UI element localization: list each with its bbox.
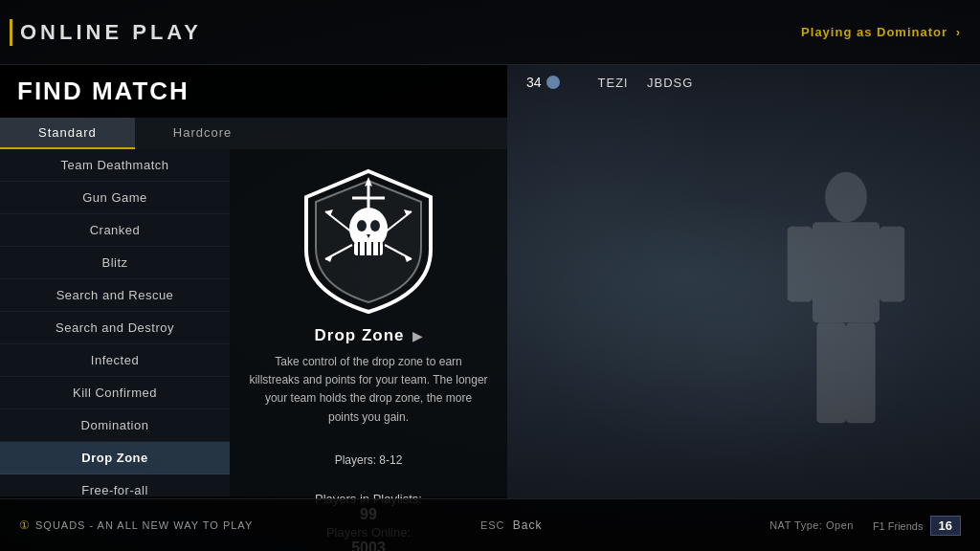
playing-as-info[interactable]: Playing as Dominator › (801, 25, 961, 39)
mode-infected[interactable]: Infected (0, 344, 230, 377)
player1-name: TEZl (598, 76, 628, 90)
tabs-bar: Standard Hardcore (0, 118, 507, 149)
squads-text: SQUADS - AN ALL NEW WAY TO PLAY (35, 519, 253, 531)
back-hint[interactable]: ESC Back (480, 518, 543, 532)
tab-hardcore[interactable]: Hardcore (135, 118, 270, 149)
friends-count: 16 (930, 516, 961, 536)
mode-drop-zone[interactable]: Drop Zone (0, 442, 230, 474)
mode-detail: Drop Zone ▶ Take control of the drop zon… (230, 149, 507, 496)
score-bar: 34 TEZl JBDSG (526, 75, 961, 90)
nat-type-label: NAT Type: Open (769, 519, 854, 531)
mode-list: Team Deathmatch Gun Game Cranked Blitz S… (0, 149, 230, 496)
mode-players-range: Players: 8-12 (335, 453, 403, 467)
mode-cranked[interactable]: Cranked (0, 214, 230, 247)
mode-search-rescue[interactable]: Search and Rescue (0, 279, 230, 312)
mode-name-row: Drop Zone ▶ (315, 326, 423, 345)
playing-as-name: Dominator (877, 25, 947, 39)
online-play-title: ONLINE PLAY (20, 20, 202, 45)
svg-point-8 (357, 220, 367, 231)
score-icon (546, 76, 560, 89)
score-number: 34 (526, 75, 542, 90)
mode-domination[interactable]: Domination (0, 409, 230, 442)
playing-as-label: Playing as (801, 25, 872, 39)
shield-icon (297, 164, 440, 317)
bottom-bar: ① SQUADS - AN ALL NEW WAY TO PLAY ESC Ba… (0, 498, 980, 551)
mode-kill-confirmed[interactable]: Kill Confirmed (0, 377, 230, 409)
mode-gun-game[interactable]: Gun Game (0, 182, 230, 214)
header-title-group: ONLINE PLAY (10, 19, 202, 46)
mode-team-deathmatch[interactable]: Team Deathmatch (0, 149, 230, 182)
header: ONLINE PLAY Playing as Dominator › (0, 0, 980, 65)
mode-search-destroy[interactable]: Search and Destroy (0, 312, 230, 344)
bottom-right: NAT Type: Open F1 Friends 16 (769, 518, 961, 533)
tab-standard[interactable]: Standard (0, 118, 135, 149)
playing-as-arrow-icon: › (956, 25, 961, 39)
mode-free-for-all[interactable]: Free-for-all (0, 474, 230, 496)
mode-blitz[interactable]: Blitz (0, 247, 230, 279)
find-match-header: FIND MATCH (0, 65, 507, 118)
header-accent-bar (10, 19, 12, 46)
player2-name: JBDSG (647, 76, 693, 90)
back-label: Back (513, 518, 543, 532)
right-area: 34 TEZl JBDSG (507, 65, 980, 498)
back-key-label: ESC (480, 519, 505, 531)
mode-icon (292, 164, 445, 317)
find-match-panel: FIND MATCH Standard Hardcore Team Deathm… (0, 65, 507, 498)
mode-arrow-icon: ▶ (412, 328, 423, 343)
svg-point-9 (370, 220, 380, 231)
mode-description: Take control of the drop zone to earn ki… (249, 353, 488, 427)
f1-friends-label: F1 Friends 16 (873, 518, 961, 533)
squads-banner[interactable]: ① SQUADS - AN ALL NEW WAY TO PLAY (19, 518, 253, 532)
player-names-row: TEZl JBDSG (598, 76, 694, 90)
find-match-title: FIND MATCH (17, 77, 189, 105)
score-display: 34 (526, 75, 560, 90)
squads-icon: ① (19, 518, 30, 532)
mode-name-text: Drop Zone (315, 326, 405, 345)
panel-body: Team Deathmatch Gun Game Cranked Blitz S… (0, 149, 507, 496)
